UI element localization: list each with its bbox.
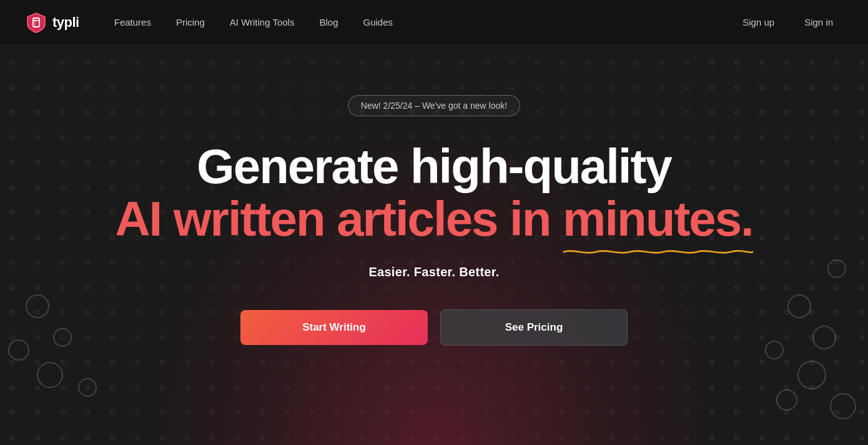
underline-squiggle — [563, 246, 753, 258]
nav-actions: Sign up Sign in — [732, 12, 843, 32]
minutes-word: minutes. — [563, 192, 753, 246]
nav-pricing[interactable]: Pricing — [166, 12, 215, 32]
hero-section: New! 2/25/24 – We've got a new look! Gen… — [0, 45, 868, 346]
logo[interactable]: typli — [25, 11, 79, 34]
announcement-text: New! 2/25/24 – We've got a new look! — [361, 101, 507, 111]
signin-link[interactable]: Sign in — [794, 12, 843, 32]
nav-features[interactable]: Features — [104, 12, 161, 32]
hero-subheadline: Easier. Faster. Better. — [368, 265, 499, 279]
signup-link[interactable]: Sign up — [732, 12, 784, 32]
hero-headline: Generate high-quality AI written article… — [115, 141, 753, 246]
nav-guides[interactable]: Guides — [353, 12, 403, 32]
announcement-badge: New! 2/25/24 – We've got a new look! — [348, 95, 520, 116]
headline-line1: Generate high-quality — [115, 141, 753, 192]
typli-logo-icon — [25, 11, 47, 34]
brand-name: typli — [52, 14, 79, 31]
nav-links: Features Pricing AI Writing Tools Blog G… — [104, 12, 733, 32]
see-pricing-button[interactable]: See Pricing — [440, 309, 628, 346]
start-writing-button[interactable]: Start Writing — [240, 310, 428, 345]
nav-blog[interactable]: Blog — [309, 12, 348, 32]
headline-line2: AI written articles in minutes. — [115, 192, 753, 246]
cta-buttons: Start Writing See Pricing — [240, 309, 628, 346]
nav-ai-writing-tools[interactable]: AI Writing Tools — [220, 12, 305, 32]
navbar: typli Features Pricing AI Writing Tools … — [0, 0, 868, 45]
